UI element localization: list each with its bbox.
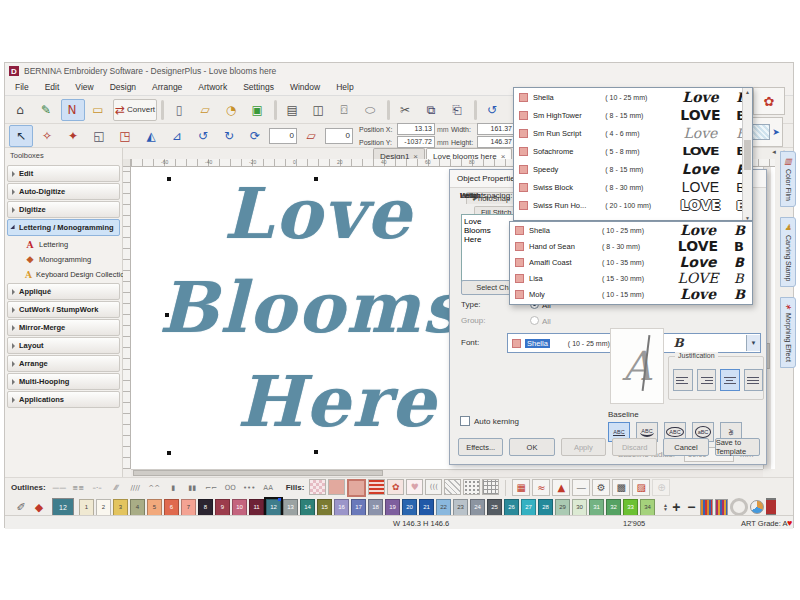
color-picker-icon[interactable]: ✐ [13,500,29,515]
justification-button[interactable] [697,369,717,391]
color-swatch[interactable]: 25 [487,499,502,516]
position-x-input[interactable]: 13.13 [397,123,435,135]
color-swatch[interactable]: 17 [351,499,366,516]
toolbox-item[interactable]: Applications [7,391,120,408]
toolbox-item[interactable]: CutWork / StumpWork [7,301,120,318]
justification-button[interactable] [744,369,764,391]
toolbox-item[interactable]: Lettering / Monogramming [7,219,120,236]
fill-style-button[interactable] [328,479,345,495]
color-swatch[interactable]: 31 [589,499,604,516]
color-swatch[interactable]: 34 [640,499,655,516]
toolbar-button[interactable]: ↖ [9,125,33,147]
menu-item[interactable]: Artwork [198,82,227,92]
toolbox-item[interactable]: Multi-Hooping [7,373,120,390]
dropdown-scrollbar[interactable]: ▲▼ [742,88,752,221]
toolbar-button[interactable]: ⌼ [333,99,357,121]
color-swatch[interactable]: 8 [198,499,213,516]
font-list-item[interactable]: Swiss Run Ho... ( 20 - 100 mm) LOVE B [514,196,752,214]
outline-style-button[interactable]: –·– [89,480,106,496]
toolbox-item[interactable]: Digitize [7,201,120,218]
paint-bucket-icon[interactable]: ◆ [31,500,47,515]
color-swatch[interactable]: 27 [521,499,536,516]
menu-item[interactable]: Settings [243,82,274,92]
dialog-button[interactable]: Cancel [663,438,708,456]
color-swatch[interactable]: 32 [606,499,621,516]
font-list-item[interactable]: Shella ( 10 - 25 mm) Love B [510,222,752,238]
dialog-button[interactable]: Discard [612,438,657,456]
outline-style-button[interactable]: ^^ [146,480,163,496]
width-input[interactable]: 161.37 [477,123,515,135]
color-swatch[interactable]: 29 [555,499,570,516]
dialog-button[interactable]: Apply [561,438,606,456]
toolbar-button[interactable]: ◱ [87,125,111,147]
color-swatch[interactable]: 22 [436,499,451,516]
color-swatch[interactable]: 20 [402,499,417,516]
outline-style-button[interactable]: ⌐⌐ [203,480,220,496]
toolbar-button[interactable]: ◔ [220,99,244,121]
menu-item[interactable]: Arrange [152,82,182,92]
skew-icon[interactable]: ▱ [299,125,323,147]
dialog-button[interactable]: Save to Template [715,438,760,456]
menu-item[interactable]: View [75,82,93,92]
toolbar-button[interactable]: ⧉ [420,99,444,121]
effect-button[interactable]: ≈ [532,479,550,496]
color-swatch[interactable]: 7 [181,499,196,516]
outline-style-button[interactable]: AA [260,480,277,496]
font-list-item[interactable]: Lisa ( 15 - 30 mm) LOVE B [510,270,752,286]
effect-button[interactable]: ⚙ [592,479,610,496]
height-input[interactable]: 146.37 [477,136,515,148]
selection-handle[interactable] [314,177,318,181]
toolbox-item[interactable]: A Keyboard Design Collection [5,267,122,282]
toolbar-button[interactable]: ✧ [35,125,59,147]
toolbar-button[interactable]: ✦ [61,125,85,147]
font-list-item[interactable]: Sm Run Script ( 4 - 6 mm) Love B [514,124,752,142]
selection-handle[interactable] [167,177,171,181]
color-swatch[interactable]: 23 [453,499,468,516]
thread-chart-icon[interactable] [715,499,728,516]
font-list-item[interactable]: Shella ( 10 - 25 mm) Love B [514,88,752,106]
effect-button[interactable]: ▦ [512,479,530,496]
docker-tab[interactable]: ▥ Color Film [780,151,796,207]
font-list-item[interactable]: Speedy ( 8 - 15 mm) Love B [514,160,752,178]
toolbar-button[interactable]: ↺ [481,99,505,121]
embroidery-text[interactable]: LoveBloomsHere [131,167,491,467]
menu-item[interactable]: File [15,82,29,92]
fill-style-button[interactable] [309,479,326,495]
dialog-button[interactable]: Effects... [458,438,503,456]
font-dropdown-arrow[interactable]: ▼ [746,335,760,351]
menu-item[interactable]: Edit [45,82,60,92]
scroll-up-icon[interactable]: ▲ [745,89,750,95]
toolbar-button[interactable]: N [61,99,85,121]
toolbar-button[interactable]: ✎ [35,99,59,121]
effect-button[interactable]: ⊕ [652,479,670,496]
color-swatch[interactable]: 9 [215,499,230,516]
font-list-item[interactable]: Amalfi Coast ( 10 - 35 mm) Love B [510,254,752,270]
color-swatch[interactable]: 14 [300,499,315,516]
fill-style-button[interactable]: ((( [425,479,442,495]
outline-style-button[interactable]: ≡≡ [70,480,87,496]
fill-style-button[interactable] [482,479,499,495]
color-swatch[interactable]: 12 [266,499,281,516]
outline-style-button[interactable]: ••• [241,480,258,496]
docker-tab[interactable]: ∗ Morphing Effect [780,297,796,368]
color-wheel-outline-icon[interactable] [730,498,748,516]
font-list-item[interactable]: Sofachrome ( 5 - 8 mm) LOVE B [514,142,752,160]
effect-button[interactable]: ▩ [612,479,630,496]
toolbar-button[interactable]: ✂ [394,99,418,121]
color-swatch[interactable]: 3 [113,499,128,516]
menu-item[interactable]: Help [336,82,353,92]
palette-spinner[interactable]: ▲▼ [663,503,668,511]
fill-style-button[interactable] [347,479,366,497]
outline-style-button[interactable]: //// [127,480,144,496]
color-swatch[interactable]: 2 [96,499,111,516]
color-swatch[interactable]: 5 [147,499,162,516]
auto-kerning-checkbox[interactable]: Auto kerning [460,416,519,426]
outline-style-button[interactable]: OO [222,480,239,496]
effect-button[interactable]: ▨ [632,479,650,496]
toolbar-button[interactable]: ⌂ [9,99,33,121]
fill-style-button[interactable] [444,479,461,495]
font-list-item[interactable]: Hand of Sean ( 8 - 30 mm) LOVE B [510,238,752,254]
fill-style-button[interactable] [368,479,385,495]
toolbar-button[interactable]: ⊿ [165,125,189,147]
toolbox-item[interactable]: A Lettering [5,237,122,252]
